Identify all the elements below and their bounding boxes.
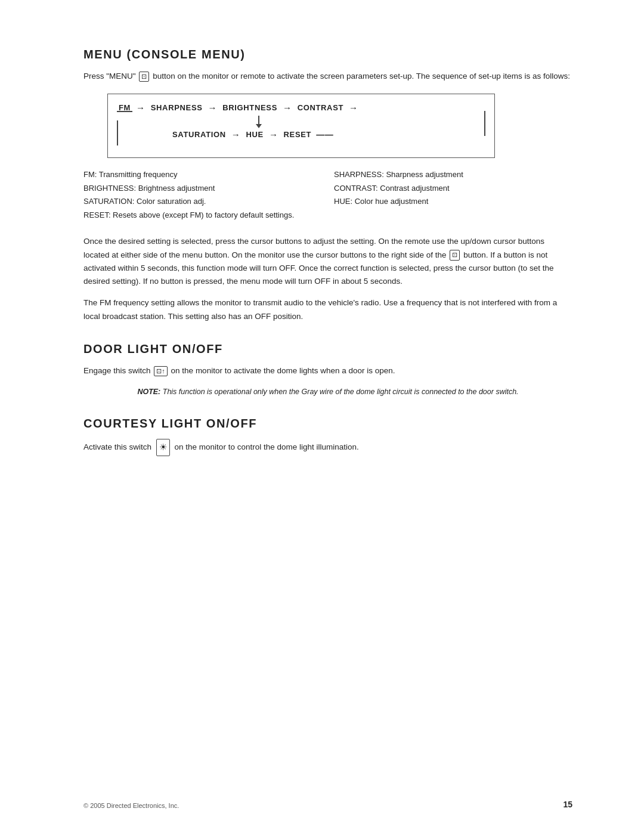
connector-top-horiz — [117, 111, 132, 112]
legend-brightness: BRIGHTNESS: Brightness adjustment — [83, 182, 322, 194]
menu-button-icon: ⊡ — [139, 72, 149, 82]
diag-arrow-1: → — [136, 103, 145, 113]
diag-arrow-3: → — [283, 103, 292, 113]
courtesy-light-para: Activate this switch ☀ on the monitor to… — [83, 439, 572, 456]
diagram-top-row: FM → SHARPNESS → BRIGHTNESS → CONTRAST → — [119, 103, 484, 113]
diag-reset: RESET — [284, 130, 312, 139]
diag-sharpness: SHARPNESS — [151, 103, 203, 112]
page-footer: © 2005 Directed Electronics, Inc. 15 — [83, 800, 572, 809]
door-switch-icon: ⊡↑ — [154, 366, 168, 376]
courtesy-light-title: Courtesy Light On/Off — [83, 417, 572, 431]
diag-contrast: CONTRAST — [298, 103, 343, 112]
flow-diagram: FM → SHARPNESS → BRIGHTNESS → CONTRAST →… — [107, 94, 495, 158]
menu-para1: Once the desired setting is selected, pr… — [83, 235, 572, 288]
diag-arrow-4: → — [349, 103, 358, 113]
menu-intro-para: Press "MENU" ⊡ button on the monitor or … — [83, 70, 572, 83]
legend-contrast: CONTRAST: Contrast adjustment — [334, 182, 572, 194]
diag-arrow-2: → — [208, 103, 218, 113]
diagram-bottom-row: SATURATION → HUE → RESET —— — [172, 129, 484, 140]
copyright-text: © 2005 Directed Electronics, Inc. — [83, 802, 179, 809]
legend-table: FM: Transmitting frequency SHARPNESS: Sh… — [83, 169, 572, 221]
diag-arrow-6: → — [269, 129, 278, 140]
page: Menu (Console Menu) Press "MENU" ⊡ butto… — [0, 0, 644, 833]
diag-arrow-5: → — [231, 129, 241, 140]
legend-sharpness: SHARPNESS: Sharpness adjustment — [334, 169, 572, 181]
connector-left-horiz-stub — [117, 144, 118, 145]
diag-brightness: BRIGHTNESS — [222, 103, 277, 112]
connector-right-vert — [484, 111, 485, 136]
menu-intro-rest: button on the monitor or remote to activ… — [153, 72, 570, 80]
down-arrow — [256, 116, 262, 128]
door-light-text-before: Engage this switch — [83, 366, 151, 375]
door-light-note: NOTE: This function is operational only … — [131, 386, 525, 398]
page-number: 15 — [563, 800, 572, 809]
connector-left-vert — [117, 120, 118, 145]
menu-intro-text: Press "MENU" — [83, 72, 136, 80]
diag-dash: —— — [316, 130, 333, 140]
legend-fm: FM: Transmitting frequency — [83, 169, 322, 181]
door-light-text-after: on the monitor to activate the dome ligh… — [171, 366, 395, 375]
legend-reset: RESET: Resets above (except FM) to facto… — [83, 209, 572, 221]
courtesy-light-text-before: Activate this switch — [83, 442, 151, 451]
diag-saturation: SATURATION — [172, 130, 226, 139]
menu-para2: The FM frequency setting allows the moni… — [83, 296, 572, 323]
diag-hue: HUE — [246, 130, 263, 139]
menu-cursor-icon: ⊡ — [450, 250, 460, 260]
courtesy-switch-icon: ☀ — [156, 439, 170, 456]
legend-saturation: SATURATION: Color saturation adj. — [83, 196, 322, 208]
legend-hue: HUE: Color hue adjustment — [334, 196, 572, 208]
door-light-para: Engage this switch ⊡↑ on the monitor to … — [83, 364, 572, 377]
door-light-title: Door Light On/Off — [83, 342, 572, 356]
courtesy-light-text-after: on the monitor to control the dome light… — [175, 442, 359, 451]
menu-title: Menu (Console Menu) — [83, 48, 572, 61]
